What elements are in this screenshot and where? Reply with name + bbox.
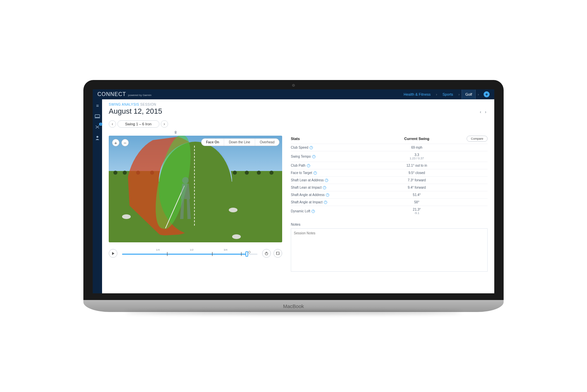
zoom-out-button[interactable]: − bbox=[121, 139, 129, 146]
zoom-controls: + − bbox=[112, 139, 129, 146]
stats-header-current: Current Swing bbox=[381, 137, 452, 141]
stat-subvalue: 1.23 / 0.37 bbox=[381, 157, 452, 160]
stat-label: Shaft Lean at Impact bbox=[291, 186, 322, 189]
timeline-track[interactable]: 1/4 1/2 3/4 bbox=[122, 248, 257, 258]
stat-value: 9.5° closed bbox=[381, 171, 452, 175]
add-button[interactable]: + bbox=[484, 91, 490, 97]
cloud-icon bbox=[232, 234, 241, 239]
stat-row-dynamic-loft: Dynamic Loft? 21.3°-9.1 bbox=[291, 206, 488, 216]
cloud-icon bbox=[229, 208, 237, 212]
stat-label: Shaft Lean at Address bbox=[291, 178, 324, 182]
nav-tab-golf[interactable]: Golf bbox=[462, 90, 476, 99]
page-title: August 12, 2015 bbox=[109, 107, 488, 116]
svg-point-3 bbox=[113, 171, 117, 175]
info-icon[interactable]: ? bbox=[307, 164, 310, 167]
swing-icon[interactable]: 3 bbox=[94, 124, 100, 130]
breadcrumb-part1[interactable]: SWING ANALYSIS bbox=[109, 103, 139, 106]
cloud-icon bbox=[122, 214, 131, 219]
notes-label: Notes bbox=[291, 222, 488, 226]
tab-face-on[interactable]: Face On bbox=[201, 139, 224, 146]
stat-row-shaft-lean-impact: Shaft Lean at Impact? 9.4° forward bbox=[291, 184, 488, 191]
nav-caret-icon: › bbox=[456, 92, 462, 96]
tab-down-the-line[interactable]: Down the Line bbox=[224, 139, 255, 146]
brand[interactable]: CONNECT powered by Garmin bbox=[97, 91, 151, 97]
swing-visualizer[interactable]: + − Face On Down the Line Overhead bbox=[109, 136, 282, 242]
stat-value: 3.31.23 / 0.37 bbox=[381, 153, 452, 160]
next-swing-button[interactable]: › bbox=[161, 120, 168, 128]
breadcrumb-part2: SESSION bbox=[139, 103, 156, 106]
stat-label: Shaft Angle at Address bbox=[291, 193, 325, 197]
stat-label: Club Speed bbox=[291, 146, 308, 149]
profile-icon[interactable] bbox=[94, 135, 100, 141]
svg-point-16 bbox=[182, 177, 189, 184]
stat-label: Swing Tempo bbox=[291, 155, 311, 158]
stat-row-club-speed: Club Speed? 69 mph bbox=[291, 144, 488, 151]
info-icon[interactable]: ? bbox=[314, 171, 317, 175]
stat-label: Dynamic Loft bbox=[291, 209, 310, 213]
svg-point-13 bbox=[245, 171, 249, 175]
device-icon[interactable] bbox=[94, 113, 100, 119]
info-icon[interactable]: ? bbox=[323, 186, 326, 189]
nav-link-health[interactable]: Health & Fitness bbox=[400, 90, 434, 99]
info-icon[interactable]: ? bbox=[325, 179, 328, 182]
stat-value: 58° bbox=[381, 200, 452, 204]
timeline-handle[interactable] bbox=[245, 251, 248, 257]
play-button[interactable] bbox=[109, 249, 117, 258]
visualizer-column: + − Face On Down the Line Overhead bbox=[109, 134, 282, 258]
swing-label[interactable]: Swing 1 – 6 Iron bbox=[117, 120, 159, 128]
nav-link-sports[interactable]: Sports bbox=[439, 90, 457, 99]
svg-point-2 bbox=[96, 136, 98, 138]
screen-bezel: CONNECT powered by Garmin Health & Fitne… bbox=[83, 80, 504, 300]
stat-value: 9.4° forward bbox=[381, 186, 452, 189]
top-nav-right: Health & Fitness › Sports › Golf › + bbox=[400, 90, 490, 99]
nav-caret-icon: › bbox=[434, 92, 439, 96]
svg-point-14 bbox=[257, 171, 261, 175]
swing-selector: ‹ Swing 1 – 6 Iron › bbox=[109, 120, 488, 128]
laptop-base: MacBook bbox=[83, 300, 504, 312]
session-notes-input[interactable] bbox=[291, 228, 488, 272]
compare-button[interactable]: Compare bbox=[467, 136, 488, 142]
zoom-in-button[interactable]: + bbox=[112, 139, 119, 146]
svg-point-15 bbox=[269, 171, 273, 175]
loop-button[interactable] bbox=[273, 249, 282, 258]
app-screen: CONNECT powered by Garmin Health & Fitne… bbox=[93, 89, 494, 293]
timeline-progress bbox=[122, 254, 247, 255]
impact-marker-icon: ◇ bbox=[248, 250, 251, 253]
breadcrumb: SWING ANALYSIS SESSION bbox=[109, 103, 488, 106]
info-icon[interactable]: ? bbox=[324, 201, 327, 204]
svg-rect-0 bbox=[95, 115, 100, 117]
stat-value: 12.1° out to in bbox=[381, 164, 452, 167]
stat-label: Club Path bbox=[291, 164, 306, 167]
stat-value: 7.3° forward bbox=[381, 178, 452, 182]
view-tabs: Face On Down the Line Overhead bbox=[201, 138, 279, 146]
hamburger-icon[interactable]: ≡ bbox=[94, 103, 100, 109]
prev-swing-button[interactable]: ‹ bbox=[109, 120, 116, 128]
golfer-figure-icon bbox=[175, 176, 195, 222]
page-date-nav: ‹ › bbox=[479, 110, 488, 114]
prev-day-button[interactable]: ‹ bbox=[479, 110, 483, 114]
stat-row-face-to-target: Face to Target? 9.5° closed bbox=[291, 169, 488, 176]
speed-button[interactable] bbox=[262, 249, 271, 258]
main-content: SWING ANALYSIS SESSION August 12, 2015 ‹… bbox=[102, 99, 494, 293]
camera-icon bbox=[292, 84, 295, 87]
stats-header: Stats Current Swing Compare bbox=[291, 136, 488, 144]
brand-subtext: powered by Garmin bbox=[128, 94, 151, 97]
brand-logo: CONNECT bbox=[97, 91, 126, 97]
stat-subvalue: -9.1 bbox=[381, 211, 452, 215]
next-day-button[interactable]: › bbox=[484, 110, 488, 114]
info-icon[interactable]: ? bbox=[312, 155, 316, 158]
badge-count: 3 bbox=[99, 123, 102, 126]
tab-overhead[interactable]: Overhead bbox=[255, 139, 279, 146]
stat-row-shaft-lean-address: Shaft Lean at Address? 7.3° forward bbox=[291, 176, 488, 184]
svg-point-4 bbox=[123, 171, 127, 175]
stat-label: Face to Target bbox=[291, 171, 312, 175]
stats-panel: Stats Current Swing Compare Club Speed? … bbox=[291, 134, 488, 273]
stats-header-label: Stats bbox=[291, 137, 381, 141]
info-icon[interactable]: ? bbox=[310, 146, 313, 149]
sidebar: ≡ 3 bbox=[93, 99, 102, 293]
info-icon[interactable]: ? bbox=[312, 210, 315, 213]
stat-row-shaft-angle-impact: Shaft Angle at Impact? 58° bbox=[291, 198, 488, 206]
info-icon[interactable]: ? bbox=[326, 193, 329, 197]
stat-value: 69 mph bbox=[381, 146, 452, 149]
trash-icon[interactable]: 🗑 bbox=[174, 130, 177, 134]
